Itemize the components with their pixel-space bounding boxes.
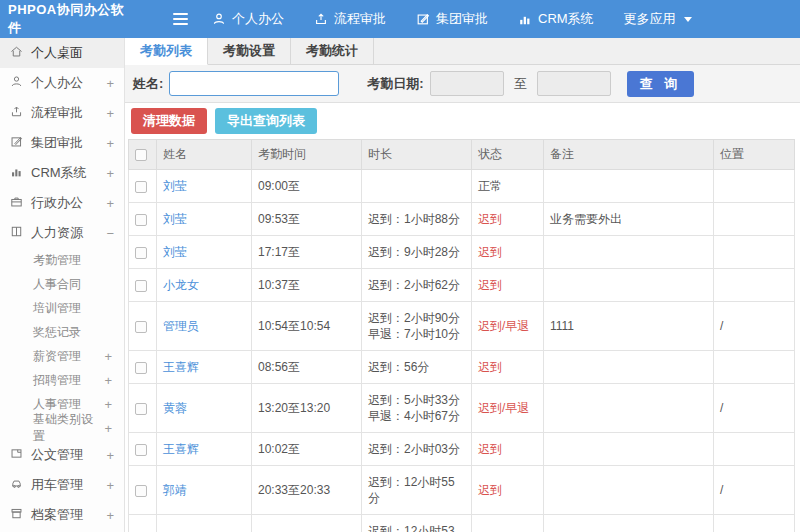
sidebar-item-archive-management[interactable]: 档案管理 + xyxy=(0,500,124,530)
row-checkbox[interactable] xyxy=(135,280,147,292)
employee-name-link[interactable]: 黄蓉 xyxy=(163,401,187,415)
sidebar-subitem-recruit-management[interactable]: 招聘管理 + xyxy=(0,368,124,392)
attendance-time: 08:56至 xyxy=(252,351,362,384)
hamburger-menu-icon[interactable] xyxy=(173,13,188,25)
remark: 1111 xyxy=(544,302,714,351)
nav-workflow-approval[interactable]: 流程审批 xyxy=(314,10,386,28)
sidebar-label: 行政办公 xyxy=(31,194,83,212)
employee-name-link[interactable]: 王喜辉 xyxy=(163,442,199,456)
chart-icon xyxy=(518,12,532,26)
sidebar-sub-label: 薪资管理 xyxy=(33,348,81,365)
sidebar-subitem-base-category-settings[interactable]: 基础类别设置 + xyxy=(0,416,124,440)
date-to-input[interactable] xyxy=(537,71,611,96)
row-checkbox[interactable] xyxy=(135,403,147,415)
expand-toggle[interactable]: + xyxy=(106,76,114,91)
tab-attendance-list[interactable]: 考勤列表 xyxy=(125,38,208,65)
tab-attendance-settings[interactable]: 考勤设置 xyxy=(208,38,291,64)
clean-data-button[interactable]: 清理数据 xyxy=(131,108,207,134)
row-checkbox[interactable] xyxy=(135,321,147,333)
sidebar-item-group-approval[interactable]: 集团审批 + xyxy=(0,128,124,158)
attendance-time: 17:17至 xyxy=(252,236,362,269)
expand-toggle[interactable]: + xyxy=(106,508,114,523)
expand-toggle[interactable]: + xyxy=(106,478,114,493)
sidebar-item-human-resources[interactable]: 人力资源 − xyxy=(0,218,124,248)
col-header-name: 姓名 xyxy=(157,140,252,170)
sidebar-item-admin-office[interactable]: 行政办公 + xyxy=(0,188,124,218)
name-input[interactable] xyxy=(169,71,339,96)
sidebar-subitem-hr-contract[interactable]: 人事合同 xyxy=(0,272,124,296)
employee-name-link[interactable]: 小龙女 xyxy=(163,278,199,292)
date-from-input[interactable] xyxy=(430,71,504,96)
expand-toggle[interactable]: + xyxy=(104,349,112,364)
remark xyxy=(544,433,714,466)
row-checkbox[interactable] xyxy=(135,247,147,259)
sidebar-item-personal-desktop[interactable]: 个人桌面 xyxy=(0,38,124,68)
remark xyxy=(544,466,714,515)
expand-toggle[interactable]: + xyxy=(104,397,112,412)
table-header-row: 姓名 考勤时间 时长 状态 备注 位置 xyxy=(129,140,795,170)
tab-attendance-statistics[interactable]: 考勤统计 xyxy=(291,38,374,64)
row-checkbox[interactable] xyxy=(135,362,147,374)
date-filter-label: 考勤日期: xyxy=(367,75,423,93)
duration: 迟到：56分 xyxy=(362,351,472,384)
sidebar-item-personal-office[interactable]: 个人办公 + xyxy=(0,68,124,98)
select-all-checkbox[interactable] xyxy=(135,149,147,161)
expand-toggle[interactable]: + xyxy=(104,421,112,436)
nav-group-approval[interactable]: 集团审批 xyxy=(416,10,488,28)
sidebar-label: 档案管理 xyxy=(31,506,83,524)
location xyxy=(714,203,795,236)
employee-name-link[interactable]: 郭靖 xyxy=(163,483,187,497)
location: / xyxy=(714,302,795,351)
employee-name-link[interactable]: 刘莹 xyxy=(163,179,187,193)
remark xyxy=(544,236,714,269)
nav-crm-system[interactable]: CRM系统 xyxy=(518,10,594,28)
expand-toggle[interactable]: + xyxy=(106,166,114,181)
status-text: 迟到/早退 xyxy=(478,319,529,333)
export-list-button[interactable]: 导出查询列表 xyxy=(215,108,317,134)
attendance-time: 10:02至 xyxy=(252,433,362,466)
status-text: 迟到/早退 xyxy=(478,401,529,415)
sidebar-item-workflow-approval[interactable]: 流程审批 + xyxy=(0,98,124,128)
status-text: 正常 xyxy=(478,179,502,193)
sidebar-label: 人力资源 xyxy=(31,224,83,242)
sidebar-sub-label: 培训管理 xyxy=(33,300,81,317)
employee-name-link[interactable]: 刘莹 xyxy=(163,212,187,226)
status-text: 迟到 xyxy=(478,278,502,292)
nav-personal-office[interactable]: 个人办公 xyxy=(212,10,284,28)
duration: 迟到：12小时55分 xyxy=(362,466,472,515)
row-checkbox[interactable] xyxy=(135,181,147,193)
table-row: 黄蓉 20:32至20:32 迟到：12小时53分 迟到 / xyxy=(129,515,795,532)
expand-toggle[interactable]: + xyxy=(106,136,114,151)
sidebar-subitem-salary-management[interactable]: 薪资管理 + xyxy=(0,344,124,368)
search-button[interactable]: 查 询 xyxy=(627,71,695,97)
sidebar-label: 用车管理 xyxy=(31,476,83,494)
remark xyxy=(544,170,714,203)
attendance-table: 姓名 考勤时间 时长 状态 备注 位置 刘莹 09:00至 正常 xyxy=(128,139,795,532)
nav-label: CRM系统 xyxy=(538,10,594,28)
nav-label: 个人办公 xyxy=(232,10,284,28)
user-icon xyxy=(212,12,226,26)
employee-name-link[interactable]: 管理员 xyxy=(163,319,199,333)
employee-name-link[interactable]: 刘莹 xyxy=(163,245,187,259)
expand-toggle[interactable]: + xyxy=(104,373,112,388)
nav-label: 更多应用 xyxy=(624,10,676,28)
sidebar-sub-label: 奖惩记录 xyxy=(33,324,81,341)
expand-toggle[interactable]: + xyxy=(106,448,114,463)
sidebar-item-vehicle-management[interactable]: 用车管理 + xyxy=(0,470,124,500)
sidebar-subitem-attendance-management[interactable]: 考勤管理 xyxy=(0,248,124,272)
sidebar-subitem-reward-punishment[interactable]: 奖惩记录 xyxy=(0,320,124,344)
sidebar-subitem-training-management[interactable]: 培训管理 xyxy=(0,296,124,320)
user-icon xyxy=(10,75,23,91)
sidebar-item-crm-system[interactable]: CRM系统 + xyxy=(0,158,124,188)
row-checkbox[interactable] xyxy=(135,444,147,456)
expand-toggle[interactable]: + xyxy=(106,196,114,211)
expand-toggle[interactable]: + xyxy=(106,106,114,121)
nav-more-apps[interactable]: 更多应用 xyxy=(624,10,692,28)
row-checkbox[interactable] xyxy=(135,485,147,497)
col-header-location: 位置 xyxy=(714,140,795,170)
remark xyxy=(544,269,714,302)
employee-name-link[interactable]: 王喜辉 xyxy=(163,360,199,374)
row-checkbox[interactable] xyxy=(135,214,147,226)
content-area: 考勤列表 考勤设置 考勤统计 姓名: 考勤日期: 至 查 询 清理数据 导出查询… xyxy=(125,38,800,532)
expand-toggle[interactable]: − xyxy=(106,226,114,241)
